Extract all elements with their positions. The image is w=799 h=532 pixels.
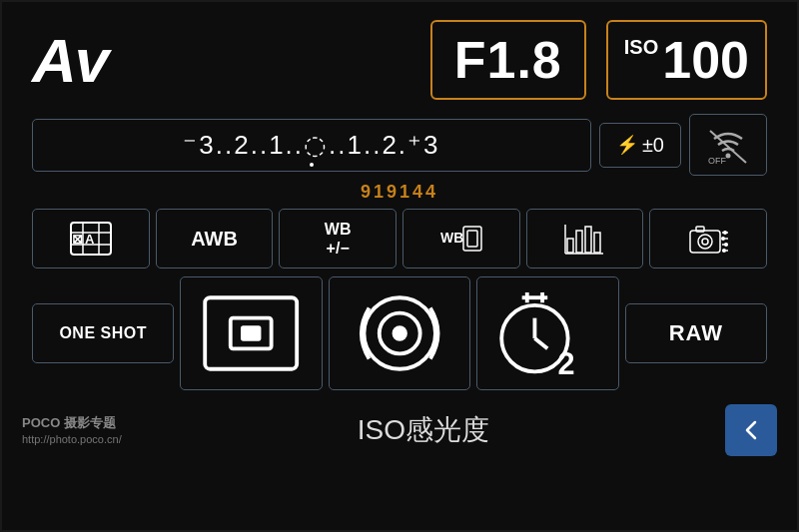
iso-footer-label: ISO感光度	[122, 411, 725, 449]
wb-line2: +/−	[325, 239, 352, 258]
camera-settings-icon	[686, 221, 730, 257]
picture-style[interactable]	[526, 209, 644, 268]
wb-correction[interactable]: WB +/−	[279, 209, 397, 268]
exposure-row: ⁻3..2..1..◌..1..2.⁺3 ⚡ ±0 OFF	[12, 110, 787, 180]
svg-rect-16	[594, 233, 600, 253]
svg-line-40	[535, 338, 548, 348]
wifi-setting[interactable]: OFF	[689, 114, 767, 176]
svg-rect-15	[585, 227, 591, 253]
af-point[interactable]	[180, 276, 322, 390]
poco-url: http://photo.poco.cn/	[22, 432, 122, 447]
iso-display[interactable]: ISO 100	[606, 20, 767, 100]
wb-line1: WB	[325, 220, 352, 239]
iso-value: 100	[662, 30, 749, 90]
top-row: Av F1.8 ISO 100	[2, 2, 797, 110]
svg-point-36	[392, 326, 406, 341]
svg-text:WB: WB	[440, 230, 463, 246]
metering-icon: ⊠ A	[69, 221, 113, 257]
wb-bracketing[interactable]: WB	[402, 209, 520, 268]
svg-rect-14	[576, 231, 582, 253]
af-point-icon	[195, 287, 307, 379]
svg-text:OFF: OFF	[708, 156, 726, 165]
svg-point-29	[724, 243, 728, 247]
white-balance[interactable]: AWB	[156, 209, 274, 268]
iso-label: ISO	[624, 36, 658, 59]
exposure-scale[interactable]: ⁻3..2..1..◌..1..2.⁺3	[32, 119, 591, 172]
svg-point-30	[722, 249, 726, 253]
live-view[interactable]	[329, 276, 470, 390]
watermark: 919144	[2, 182, 797, 203]
af-mode-label: ONE SHOT	[59, 324, 147, 342]
image-quality-label: RAW	[669, 320, 723, 346]
metering-mode[interactable]: ⊠ A	[32, 209, 150, 268]
picture-style-icon	[563, 221, 607, 257]
poco-logo: POCO 摄影专题 http://photo.poco.cn/	[22, 414, 122, 448]
svg-text:⊠: ⊠	[72, 232, 83, 247]
svg-point-28	[721, 237, 725, 241]
image-quality[interactable]: RAW	[625, 303, 767, 363]
wb-correction-label: WB +/−	[325, 220, 352, 258]
exposure-text: ⁻3..2..1..◌..1..2.⁺3	[183, 130, 439, 160]
svg-point-27	[723, 231, 727, 235]
poco-title: POCO 摄影专题	[22, 414, 122, 432]
svg-point-0	[726, 154, 731, 159]
camera-settings[interactable]	[649, 209, 767, 268]
self-timer[interactable]: 2	[476, 276, 618, 390]
back-button[interactable]	[725, 404, 777, 456]
flash-icon: ⚡	[616, 134, 638, 156]
flash-value: ±0	[642, 134, 664, 157]
svg-point-21	[702, 239, 708, 245]
svg-rect-13	[567, 239, 573, 253]
bottom-row: ONE SHOT	[12, 272, 787, 394]
wb-bracket-icon: WB	[439, 221, 483, 257]
svg-rect-22	[696, 227, 704, 232]
wifi-off-icon: OFF	[704, 125, 752, 165]
shooting-mode: Av	[32, 25, 107, 96]
svg-text:A: A	[85, 232, 95, 247]
camera-screen: Av F1.8 ISO 100 ⁻3..2..1..◌..1..2.⁺3 ⚡ ±…	[0, 0, 799, 532]
self-timer-icon: 2	[491, 287, 603, 379]
svg-point-20	[698, 235, 712, 249]
af-mode[interactable]: ONE SHOT	[32, 303, 174, 363]
flash-compensation[interactable]: ⚡ ±0	[599, 123, 681, 168]
svg-rect-33	[241, 326, 261, 341]
exposure-indicator	[310, 163, 314, 167]
svg-rect-12	[467, 231, 477, 247]
aperture-display[interactable]: F1.8	[430, 20, 586, 100]
icon-row: ⊠ A AWB WB +/− WB	[12, 205, 787, 272]
svg-text:2: 2	[558, 346, 578, 379]
awb-label: AWB	[191, 228, 238, 251]
live-view-icon	[344, 287, 455, 379]
status-bar: POCO 摄影专题 http://photo.poco.cn/ ISO感光度	[2, 394, 797, 464]
back-icon	[737, 416, 765, 444]
